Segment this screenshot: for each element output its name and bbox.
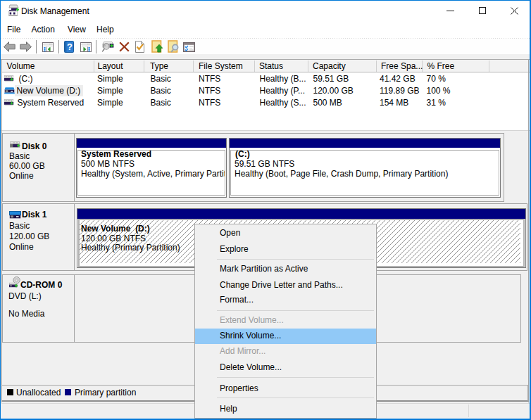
svg-text:?: ? xyxy=(67,42,73,52)
